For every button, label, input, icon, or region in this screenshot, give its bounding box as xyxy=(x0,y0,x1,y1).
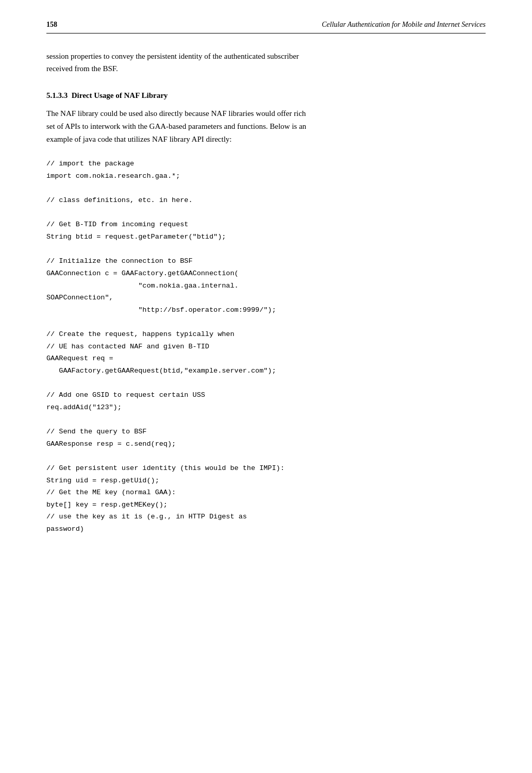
page: 158 Cellular Authentication for Mobile a… xyxy=(0,0,532,773)
section-heading: 5.1.3.3 Direct Usage of NAF Library xyxy=(46,91,486,100)
page-number: 158 xyxy=(46,21,57,29)
body-text: The NAF library could be used also direc… xyxy=(46,107,486,145)
code-block: // import the package import com.nokia.r… xyxy=(46,158,486,535)
page-title: Cellular Authentication for Mobile and I… xyxy=(322,21,486,29)
intro-text: session properties to convey the persist… xyxy=(46,50,486,75)
page-header: 158 Cellular Authentication for Mobile a… xyxy=(46,21,486,33)
